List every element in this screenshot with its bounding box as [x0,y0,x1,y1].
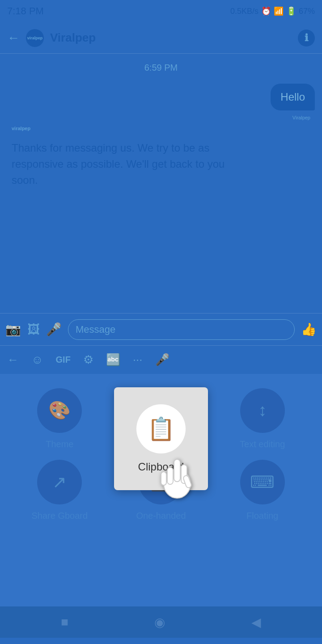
text-editing-label: Text editing [240,439,285,449]
text-editing-icon: ↕ [258,401,267,420]
theme-icon: 🎨 [48,400,71,421]
message-timestamp: 6:59 PM [7,63,315,73]
more-icon[interactable]: ··· [133,353,143,367]
status-icons: 0.5KB/s ⏰ 📶 🔋 67% [230,6,315,16]
keyboard-item-floating[interactable]: ⌨ Floating [212,454,313,526]
message-input-bar: 📷 🖼 🎤 👍 [0,313,322,345]
nav-circle-icon[interactable]: ◉ [154,615,165,630]
theme-icon-circle: 🎨 [37,388,82,433]
clipboard-icon-circle: 📋 [136,404,186,453]
clipboard-icon: 📋 [147,416,175,442]
svg-rect-4 [161,472,166,485]
theme-label: Theme [46,439,73,449]
image-icon[interactable]: 🖼 [27,322,40,337]
keyboard-item-clipboard-slot: 📋 Clipboard [110,383,212,454]
battery-icon: 🔋 [286,6,296,16]
floating-icon: ⌨ [250,472,275,492]
cursor-hand [157,450,197,508]
keyboard-toolbar: ← ☺ GIF ⚙ 🔤 ··· 🎤 [0,345,322,374]
app-title: Viralpep [50,31,292,45]
share-gboard-icon: ↗ [52,472,67,492]
sender-logo-left: viralpep [12,126,30,131]
sent-bubble: Hello [271,84,315,110]
message-input[interactable] [68,319,295,340]
nav-square-icon[interactable]: ■ [61,615,68,629]
network-speed: 0.5KB/s [230,7,258,16]
mic-icon[interactable]: 🎤 [46,322,62,337]
text-editing-icon-circle: ↕ [240,388,285,433]
settings-icon[interactable]: ⚙ [83,353,93,367]
keyboard-item-share-gboard[interactable]: ↗ Share Gboard [9,454,110,526]
sent-message-container: Hello [7,84,315,110]
sticker-icon[interactable]: ☺ [31,353,43,367]
one-handed-label: One-handed [136,511,186,521]
keyboard-back-icon[interactable]: ← [7,353,19,367]
chat-area: 6:59 PM Hello Viralpep viralpep Thanks f… [0,54,322,313]
keyboard-item-theme[interactable]: 🎨 Theme [9,383,110,454]
svg-rect-1 [174,459,180,482]
app-bar: ← viralpep Viralpep ℹ [0,22,322,54]
voice-icon[interactable]: 🎤 [155,353,169,367]
signal-icon: 📶 [274,6,284,16]
floating-icon-circle: ⌨ [240,460,285,504]
gif-button[interactable]: GIF [56,355,71,365]
status-time: 7:18 PM [7,5,44,17]
received-message-container: viralpep Thanks for messaging us. We try… [7,126,315,195]
camera-icon[interactable]: 📷 [5,322,21,337]
svg-rect-3 [167,467,173,484]
alarm-icon: ⏰ [261,6,271,16]
status-bar: 7:18 PM 0.5KB/s ⏰ 📶 🔋 67% [0,0,322,22]
bottom-nav: ■ ◉ ◀ [0,606,322,638]
keyboard-item-text-editing[interactable]: ↕ Text editing [212,383,313,454]
nav-triangle-icon[interactable]: ◀ [251,615,261,630]
app-logo: viralpep [26,29,44,47]
translate-icon[interactable]: 🔤 [106,353,120,367]
floating-label: Floating [246,511,278,521]
keyboard-panel: 🎨 Theme 📋 Clipboard ↕ Text editing ↗ [0,374,322,606]
info-button[interactable]: ℹ [298,30,315,47]
thumbs-icon[interactable]: 👍 [301,322,317,337]
back-button[interactable]: ← [7,31,20,45]
share-gboard-label: Share Gboard [32,511,88,521]
battery-percent: 67% [299,7,315,16]
sender-logo-right: Viralpep [292,115,310,120]
received-bubble: Thanks for messaging us. We try to be as… [12,133,235,195]
share-gboard-icon-circle: ↗ [37,460,82,504]
